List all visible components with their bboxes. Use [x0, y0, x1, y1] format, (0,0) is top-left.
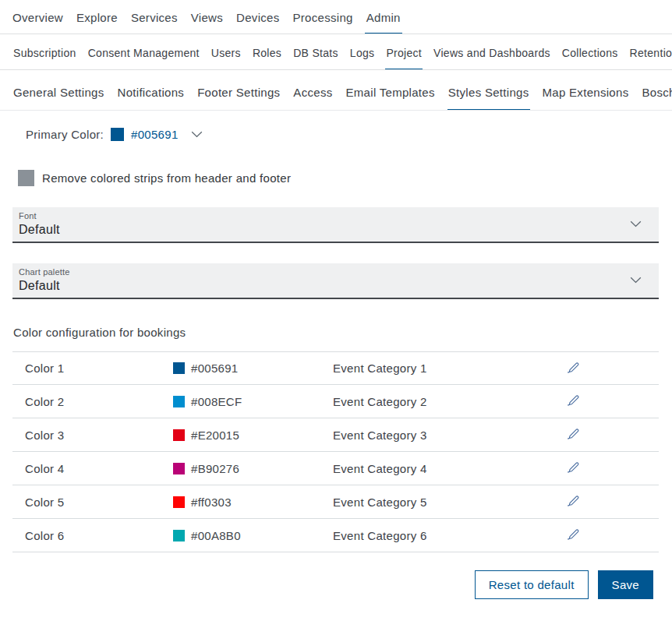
event-category: Event Category 2 [333, 395, 567, 408]
color-swatch [173, 396, 185, 407]
bookings-section-title: Color configuration for bookings [13, 326, 672, 339]
nav-item-map-extensions[interactable]: Map Extensions [542, 86, 630, 110]
table-row: Color 1 #005691 Event Category 1 [12, 351, 659, 385]
color-name: Color 1 [25, 362, 173, 375]
color-hex: #B90276 [191, 462, 239, 475]
nav-item-styles-settings[interactable]: Styles Settings [447, 86, 530, 110]
edit-cell [567, 494, 659, 510]
edit-pencil-icon[interactable] [567, 460, 580, 474]
primary-color-dropdown[interactable]: Primary Color: #005691 [26, 128, 660, 141]
chevron-down-icon[interactable] [630, 277, 642, 284]
color-name: Color 5 [25, 496, 173, 509]
chart-palette-select[interactable]: Chart palette Default [12, 263, 659, 299]
chevron-down-icon[interactable] [191, 131, 203, 138]
nav-item-overview[interactable]: Overview [11, 11, 65, 34]
edit-pencil-icon[interactable] [567, 427, 580, 440]
color-value-cell: #005691 [173, 362, 333, 375]
font-select[interactable]: Font Default [12, 207, 659, 243]
color-value-cell: #008ECF [173, 395, 333, 408]
font-select-text: Font Default [19, 211, 60, 237]
edit-cell [567, 460, 659, 476]
nav-item-devices[interactable]: Devices [235, 11, 281, 34]
event-category: Event Category 6 [333, 529, 567, 542]
color-hex: #ff0303 [191, 496, 232, 509]
nav-item-general-settings[interactable]: General Settings [12, 86, 105, 110]
remove-strips-checkbox[interactable] [18, 170, 34, 186]
color-value-cell: #00A8B0 [173, 529, 333, 542]
edit-pencil-icon[interactable] [567, 361, 580, 374]
primary-nav: OverviewExploreServicesViewsDevicesProce… [0, 0, 672, 34]
edit-pencil-icon[interactable] [567, 527, 580, 541]
color-name: Color 6 [25, 529, 173, 542]
bookings-color-table: Color 1 #005691 Event Category 1 Color 2 [12, 351, 659, 552]
font-select-value: Default [19, 223, 60, 237]
nav-item-services[interactable]: Services [129, 11, 179, 34]
nav-item-access[interactable]: Access [292, 86, 333, 110]
save-button[interactable]: Save [598, 570, 653, 599]
nav-item-explore[interactable]: Explore [75, 11, 119, 34]
table-row: Color 3 #E20015 Event Category 3 [12, 418, 659, 452]
color-hex: #E20015 [191, 429, 239, 442]
edit-pencil-icon[interactable] [567, 393, 580, 407]
primary-color-label: Primary Color: [26, 128, 104, 141]
color-value-cell: #E20015 [173, 429, 333, 442]
nav-item-footer-settings[interactable]: Footer Settings [196, 86, 281, 110]
color-name: Color 4 [25, 462, 173, 475]
color-swatch [173, 530, 185, 541]
nav-item-roles[interactable]: Roles [252, 47, 282, 69]
nav-item-views-and-dashboards[interactable]: Views and Dashboards [433, 47, 551, 69]
color-swatch [173, 429, 185, 441]
project-settings-nav: General SettingsNotificationsFooter Sett… [0, 70, 672, 111]
event-category: Event Category 4 [333, 462, 567, 475]
table-row: Color 6 #00A8B0 Event Category 6 [12, 519, 659, 552]
nav-item-views[interactable]: Views [189, 11, 225, 34]
color-value-cell: #ff0303 [173, 496, 333, 509]
reset-to-default-button[interactable]: Reset to default [475, 570, 589, 599]
nav-item-admin[interactable]: Admin [365, 11, 402, 34]
nav-item-subscription[interactable]: Subscription [12, 47, 77, 69]
nav-item-collections[interactable]: Collections [561, 47, 619, 69]
edit-cell [567, 361, 659, 376]
color-value-cell: #B90276 [173, 462, 333, 475]
color-name: Color 3 [25, 429, 173, 442]
styles-settings-page: OverviewExploreServicesViewsDevicesProce… [0, 0, 672, 599]
nav-item-bosch-iot[interactable]: Bosch IoT [641, 86, 672, 110]
edit-pencil-icon[interactable] [567, 494, 580, 507]
chart-palette-select-label: Chart palette [19, 267, 70, 277]
table-row: Color 2 #008ECF Event Category 2 [12, 385, 659, 418]
remove-strips-option[interactable]: Remove colored strips from header and fo… [18, 170, 660, 186]
nav-item-logs[interactable]: Logs [349, 47, 376, 69]
nav-item-project[interactable]: Project [385, 47, 423, 69]
nav-item-email-templates[interactable]: Email Templates [345, 86, 436, 110]
edit-cell [567, 527, 659, 543]
nav-item-consent-management[interactable]: Consent Management [87, 47, 200, 69]
chart-palette-select-value: Default [19, 279, 70, 293]
admin-sub-nav: SubscriptionConsent ManagementUsersRoles… [0, 34, 672, 70]
nav-item-processing[interactable]: Processing [292, 11, 355, 34]
event-category: Event Category 1 [333, 362, 567, 375]
nav-item-retention[interactable]: Retention [629, 47, 672, 69]
color-swatch [173, 362, 185, 374]
edit-cell [567, 427, 659, 443]
color-name: Color 2 [25, 395, 173, 408]
event-category: Event Category 3 [333, 429, 567, 442]
nav-item-users[interactable]: Users [210, 47, 242, 69]
color-hex: #008ECF [191, 395, 242, 408]
font-select-label: Font [19, 211, 60, 220]
nav-item-db-stats[interactable]: DB Stats [292, 47, 339, 69]
primary-color-value: #005691 [131, 128, 179, 141]
chevron-down-icon[interactable] [630, 220, 642, 228]
remove-strips-label: Remove colored strips from header and fo… [42, 171, 291, 185]
color-hex: #00A8B0 [191, 529, 241, 542]
color-swatch [173, 463, 185, 474]
form-actions: Reset to default Save [0, 570, 653, 599]
chart-palette-select-text: Chart palette Default [19, 267, 70, 293]
table-row: Color 5 #ff0303 Event Category 5 [12, 485, 659, 519]
table-row: Color 4 #B90276 Event Category 4 [12, 452, 659, 485]
event-category: Event Category 5 [333, 496, 567, 509]
color-swatch [173, 496, 185, 508]
edit-cell [567, 393, 659, 409]
nav-item-notifications[interactable]: Notifications [117, 86, 186, 110]
primary-color-swatch [111, 128, 124, 141]
color-hex: #005691 [191, 362, 239, 375]
